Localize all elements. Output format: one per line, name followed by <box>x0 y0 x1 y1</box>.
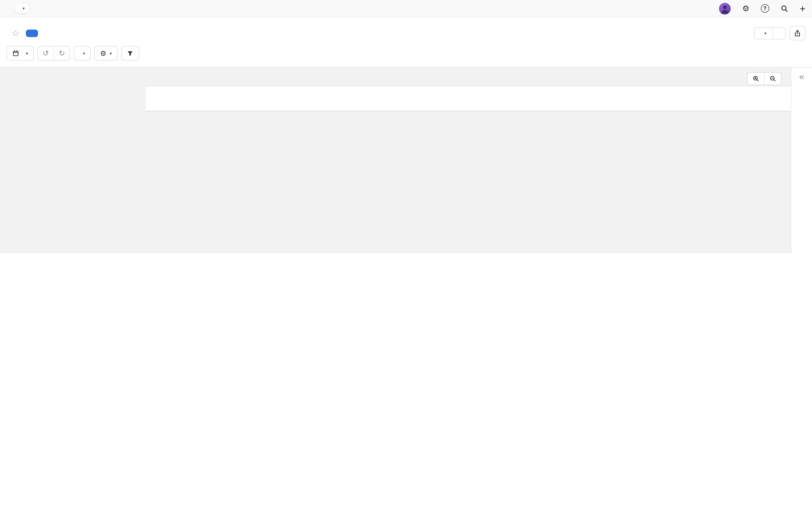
add-icon[interactable]: + <box>800 3 805 13</box>
gear-icon: ⚙ <box>100 49 106 58</box>
top-nav: ▾ ⚙ ? + <box>0 0 812 17</box>
app-root: ▾ ⚙ ? + ☆ ▾ <box>0 0 812 253</box>
gantt-type-button[interactable]: ▾ <box>7 46 34 61</box>
search-icon[interactable] <box>780 4 788 12</box>
undo-redo-group: ↺ ↻ <box>37 46 70 61</box>
zoom-out-button[interactable] <box>764 73 781 84</box>
filter-button[interactable] <box>121 46 139 61</box>
views-button[interactable]: ▾ <box>755 27 772 39</box>
gantt-content: « <box>0 68 812 253</box>
save-button[interactable] <box>772 27 785 39</box>
chevron-down-icon: ▾ <box>764 31 766 36</box>
chevron-down-icon: ▾ <box>22 6 25 11</box>
share-button[interactable] <box>790 26 805 40</box>
settings-gear-icon[interactable]: ⚙ <box>742 3 750 13</box>
chevron-down-icon: ▾ <box>83 51 85 56</box>
zoom-controls <box>747 72 781 85</box>
title-row: ☆ ▾ <box>0 22 812 45</box>
avatar[interactable] <box>719 3 731 14</box>
calendar-icon <box>12 50 19 57</box>
toolbar: ▾ ↺ ↻ ▾ ⚙ ▾ <box>0 45 812 68</box>
zoom-in-button[interactable] <box>748 73 764 84</box>
zoom-in-icon <box>752 75 759 82</box>
title-actions: ▾ <box>754 26 805 40</box>
zoom-out-icon <box>769 75 776 82</box>
undo-button[interactable]: ↺ <box>38 47 54 60</box>
favorite-star-icon[interactable]: ☆ <box>12 28 20 39</box>
person-icon <box>719 3 731 14</box>
chart-settings-button[interactable]: ⚙ ▾ <box>94 46 117 61</box>
funnel-icon <box>127 50 134 57</box>
breadcrumb <box>0 17 812 22</box>
add-release-button[interactable] <box>26 30 38 37</box>
history-panel: « <box>791 68 812 253</box>
help-icon[interactable]: ? <box>761 4 769 13</box>
chevron-down-icon: ▾ <box>110 51 112 56</box>
views-save-group: ▾ <box>754 27 786 39</box>
record-type-selector[interactable]: ▾ <box>74 46 91 61</box>
collapse-panel-icon[interactable]: « <box>799 72 804 81</box>
redo-button[interactable]: ↻ <box>54 47 70 60</box>
timeline-header <box>146 86 791 111</box>
chevron-down-icon: ▾ <box>26 51 28 56</box>
workspace-switcher[interactable]: ▾ <box>15 4 30 13</box>
nav-right: ⚙ ? + <box>719 3 805 14</box>
share-icon <box>794 30 801 37</box>
